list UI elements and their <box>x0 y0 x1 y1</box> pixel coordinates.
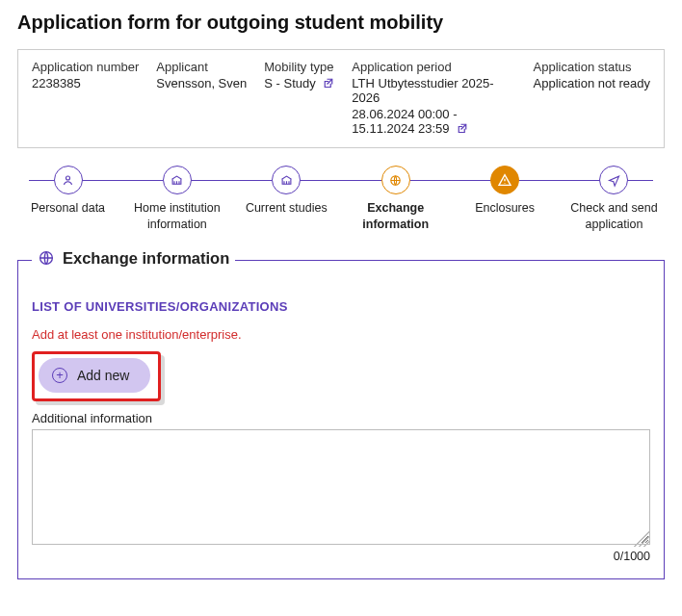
char-counter: 0/1000 <box>32 550 650 563</box>
stepper: Personal data Home institution informati… <box>17 166 665 233</box>
step-personal-data[interactable]: Personal data <box>17 166 118 217</box>
mobility-value: S - Study <box>264 76 334 90</box>
step-home-institution[interactable]: Home institution information <box>126 166 227 233</box>
period-line2-text: 28.06.2024 00:00 - 15.11.2024 23:59 <box>352 107 457 136</box>
send-icon <box>599 166 628 194</box>
app-number-value: 2238385 <box>32 76 139 90</box>
mobility-label: Mobility type <box>264 60 334 74</box>
globe-icon <box>38 249 55 267</box>
add-new-highlight: + Add new <box>32 351 161 401</box>
status-label: Application status <box>534 60 650 74</box>
additional-info-textarea[interactable] <box>32 429 650 545</box>
applicant-value: Svensson, Sven <box>156 76 247 90</box>
page-title: Application form for outgoing student mo… <box>17 12 665 34</box>
step-current-studies[interactable]: Current studies <box>236 166 337 217</box>
step-exchange-information[interactable]: Exchange information <box>345 166 446 233</box>
institution-icon <box>272 166 301 194</box>
status-col: Application status Application not ready <box>534 60 650 136</box>
additional-info-wrap <box>32 429 650 548</box>
step-label: Check and send application <box>564 200 665 233</box>
user-icon <box>54 166 83 194</box>
step-check-send[interactable]: Check and send application <box>564 166 665 233</box>
list-heading: LIST OF UNIVERSITIES/ORGANIZATIONS <box>32 299 650 314</box>
period-label: Application period <box>352 60 515 74</box>
mobility-col: Mobility type S - Study <box>264 60 334 136</box>
step-label: Home institution information <box>126 200 227 233</box>
period-line2: 28.06.2024 00:00 - 15.11.2024 23:59 <box>352 107 515 136</box>
warning-text: Add at least one institution/enterprise. <box>32 327 650 342</box>
step-label: Personal data <box>31 200 105 217</box>
section-legend: Exchange information <box>32 249 235 268</box>
step-label: Current studies <box>246 200 328 217</box>
warning-icon <box>490 166 519 194</box>
status-value: Application not ready <box>534 76 650 90</box>
external-link-icon[interactable] <box>457 122 468 134</box>
plus-icon: + <box>52 368 67 383</box>
step-label: Exchange information <box>345 200 446 233</box>
application-summary-box: Application number 2238385 Applicant Sve… <box>17 49 665 148</box>
mobility-text: S - Study <box>264 76 315 90</box>
additional-info-label: Additional information <box>32 411 650 425</box>
add-new-label: Add new <box>77 368 129 383</box>
external-link-icon[interactable] <box>323 77 334 89</box>
step-enclosures[interactable]: Enclosures <box>455 166 556 217</box>
applicant-col: Applicant Svensson, Sven <box>156 60 247 136</box>
period-line1: LTH Utbytesstudier 2025-2026 <box>352 76 515 105</box>
section-title: Exchange information <box>63 249 229 268</box>
add-new-button[interactable]: + Add new <box>39 358 150 393</box>
app-number-label: Application number <box>32 60 139 74</box>
applicant-label: Applicant <box>156 60 247 74</box>
svg-point-0 <box>66 176 70 180</box>
step-label: Enclosures <box>475 200 535 217</box>
app-number-col: Application number 2238385 <box>32 60 139 136</box>
globe-icon <box>381 166 410 194</box>
period-col: Application period LTH Utbytesstudier 20… <box>352 60 515 136</box>
exchange-information-section: Exchange information LIST OF UNIVERSITIE… <box>17 260 665 579</box>
institution-icon <box>163 166 192 194</box>
